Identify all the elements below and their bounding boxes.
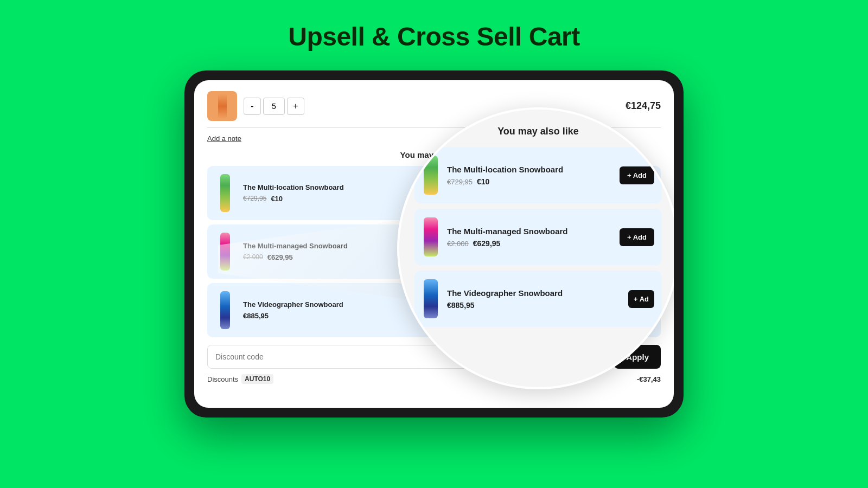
zoom-rec-sale-3: €885,95 bbox=[447, 301, 475, 310]
zoom-add-button-1[interactable]: + Add bbox=[620, 166, 654, 184]
rec-img-3 bbox=[214, 288, 237, 332]
zoom-rec-img-2 bbox=[422, 215, 439, 259]
zoom-add-button-2[interactable]: + Add bbox=[620, 228, 654, 246]
zoom-rec-prices-1: €729,95 €10 bbox=[447, 177, 612, 186]
zoom-rec-name-2: The Multi-managed Snowboard bbox=[447, 226, 612, 237]
rec-img-1 bbox=[214, 171, 237, 215]
rec-original-price-1: €729,95 bbox=[243, 195, 266, 202]
zoom-rec-info-3: The Videographer Snowboard €885,95 bbox=[447, 288, 621, 310]
zoom-rec-info-1: The Multi-location Snowboard €729,95 €10 bbox=[447, 164, 612, 187]
zoom-rec-info-2: The Multi-managed Snowboard €2.000 €629,… bbox=[447, 226, 612, 248]
zoom-add-button-3[interactable]: + Ad bbox=[628, 290, 654, 308]
zoom-rec-img-1 bbox=[422, 153, 439, 197]
zoom-circle: You may also like The Multi-location Sno… bbox=[397, 107, 674, 389]
page-title: Upsell & Cross Sell Cart bbox=[0, 0, 868, 52]
zoom-section-title: You may also like bbox=[414, 126, 662, 137]
quantity-value: 5 bbox=[263, 98, 285, 115]
zoom-rec-name-1: The Multi-location Snowboard bbox=[447, 164, 612, 175]
zoom-rec-card-1: The Multi-location Snowboard €729,95 €10… bbox=[414, 147, 662, 203]
zoom-rec-prices-3: €885,95 bbox=[447, 301, 621, 310]
tablet-frame: - 5 + €124,75 Add a note You may also li… bbox=[184, 70, 684, 418]
discount-badge: AUTO10 bbox=[241, 374, 273, 384]
zoom-rec-sale-1: €10 bbox=[477, 177, 489, 186]
quantity-plus-button[interactable]: + bbox=[287, 98, 304, 115]
zoom-circle-wrapper: You may also like The Multi-location Sno… bbox=[375, 107, 674, 408]
zoom-rec-sale-2: €629,95 bbox=[473, 239, 501, 248]
zoom-rec-original-1: €729,95 bbox=[447, 178, 473, 186]
zoom-rec-card-3: The Videographer Snowboard €885,95 + Ad bbox=[414, 271, 662, 327]
rec-sale-price-3: €885,95 bbox=[243, 312, 269, 320]
zoom-rec-prices-2: €2.000 €629,95 bbox=[447, 239, 612, 248]
zoom-rec-img-3 bbox=[422, 277, 439, 320]
zoom-content: You may also like The Multi-location Sno… bbox=[399, 110, 674, 349]
quantity-minus-button[interactable]: - bbox=[244, 98, 261, 115]
discount-label: Discounts AUTO10 bbox=[207, 374, 273, 384]
zoom-rec-card-2: The Multi-managed Snowboard €2.000 €629,… bbox=[414, 209, 662, 265]
rec-sale-price-1: €10 bbox=[271, 195, 283, 203]
product-thumbnail bbox=[207, 91, 237, 121]
tablet-screen: - 5 + €124,75 Add a note You may also li… bbox=[194, 80, 674, 408]
zoom-rec-original-2: €2.000 bbox=[447, 240, 469, 248]
add-note-link[interactable]: Add a note bbox=[207, 134, 241, 143]
discounts-text: Discounts bbox=[207, 375, 238, 383]
zoom-rec-name-3: The Videographer Snowboard bbox=[447, 288, 621, 299]
quantity-controls: - 5 + bbox=[244, 98, 304, 115]
